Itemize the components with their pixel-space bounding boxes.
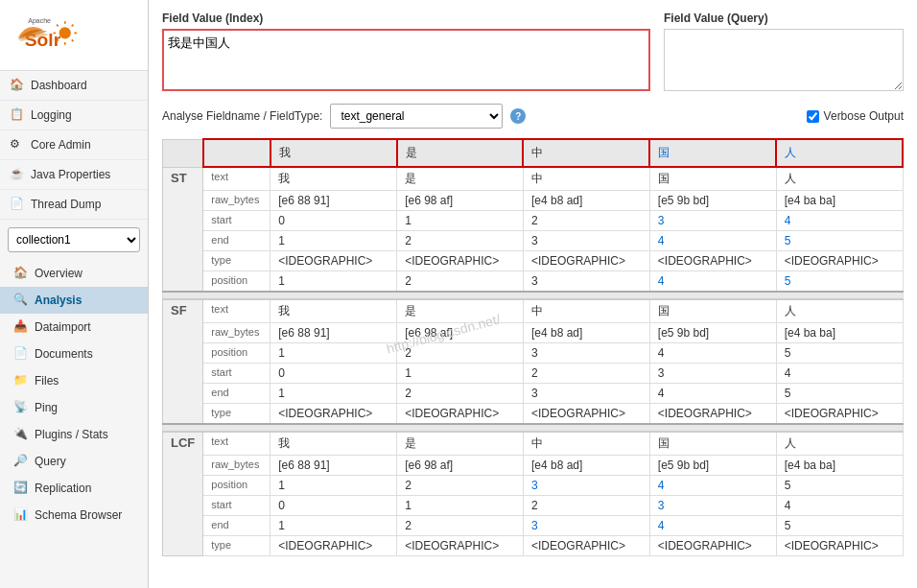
table-row: SFtext我是中国人 xyxy=(163,299,904,323)
value-cell: 3 xyxy=(523,384,649,404)
section-label-cell: SF xyxy=(163,299,203,424)
nav-item-thread-dump[interactable]: 📄 Thread Dump xyxy=(0,190,148,220)
verbose-checkbox[interactable] xyxy=(807,110,819,123)
value-cell: 3 xyxy=(649,364,776,384)
value-cell: 0 xyxy=(270,496,397,516)
solr-logo: Apache Solr xyxy=(10,10,77,62)
value-cell: 1 xyxy=(270,343,397,364)
query-icon: 🔎 xyxy=(13,454,29,469)
sub-nav-label-query: Query xyxy=(35,455,66,468)
value-cell: 5 xyxy=(776,271,903,293)
value-cell: 4 xyxy=(776,211,903,231)
sub-nav-analysis[interactable]: 🔍 Analysis xyxy=(0,287,148,314)
sub-nav-files[interactable]: 📁 Files xyxy=(0,367,148,394)
section-label-cell: ST xyxy=(163,167,203,292)
value-cell: <IDEOGRAPHIC> xyxy=(270,404,397,425)
replication-icon: 🔄 xyxy=(13,481,29,496)
field-name-cell: type xyxy=(203,536,270,556)
nav-item-java-properties[interactable]: ☕ Java Properties xyxy=(0,160,148,190)
sub-nav-label-overview: Overview xyxy=(35,267,82,280)
value-cell: 1 xyxy=(270,271,397,293)
files-icon: 📁 xyxy=(13,373,29,388)
value-cell: <IDEOGRAPHIC> xyxy=(270,251,397,271)
value-cell: 5 xyxy=(776,231,903,251)
table-row: type<IDEOGRAPHIC><IDEOGRAPHIC><IDEOGRAPH… xyxy=(163,251,904,271)
th-token-5: 人 xyxy=(776,139,903,167)
field-name-cell: end xyxy=(203,231,270,251)
field-name-cell: type xyxy=(203,251,270,271)
sub-nav-replication[interactable]: 🔄 Replication xyxy=(0,475,148,502)
value-cell: <IDEOGRAPHIC> xyxy=(523,251,649,271)
value-cell: 是 xyxy=(397,432,524,456)
nav-item-core-admin[interactable]: ⚙ Core Admin xyxy=(0,130,148,160)
value-cell: 0 xyxy=(270,364,397,384)
sub-nav-ping[interactable]: 📡 Ping xyxy=(0,394,148,421)
value-cell: 5 xyxy=(776,343,903,364)
sub-nav-overview[interactable]: 🏠 Overview xyxy=(0,260,148,287)
nav-item-dashboard[interactable]: 🏠 Dashboard xyxy=(0,71,148,101)
collection-select[interactable]: collection1 xyxy=(8,227,140,252)
value-cell: [e6 98 af] xyxy=(397,323,524,343)
logo-area: Apache Solr xyxy=(0,0,148,71)
value-cell: 2 xyxy=(397,271,524,293)
table-row: start01234 xyxy=(163,364,904,384)
value-cell: 5 xyxy=(776,516,903,536)
value-cell: 3 xyxy=(523,343,649,364)
value-cell: 3 xyxy=(523,231,649,251)
sub-nav-label-schema-browser: Schema Browser xyxy=(35,508,122,522)
svg-line-7 xyxy=(57,25,59,27)
help-icon[interactable]: ? xyxy=(510,108,526,124)
verbose-label[interactable]: Verbose Output xyxy=(824,109,904,123)
value-cell: 国 xyxy=(649,167,776,191)
value-cell: 5 xyxy=(776,384,903,404)
th-token-2: 是 xyxy=(397,139,524,167)
value-cell: 我 xyxy=(270,432,397,456)
sub-nav-plugins[interactable]: 🔌 Plugins / Stats xyxy=(0,421,148,448)
sub-nav-label-files: Files xyxy=(35,374,59,388)
field-name-cell: position xyxy=(203,343,270,364)
value-cell: 2 xyxy=(523,364,649,384)
value-cell: 2 xyxy=(523,211,649,231)
value-cell: [e6 98 af] xyxy=(397,191,524,211)
value-cell: <IDEOGRAPHIC> xyxy=(523,404,649,425)
nav-item-logging[interactable]: 📋 Logging xyxy=(0,101,148,130)
value-cell: 4 xyxy=(776,364,903,384)
field-name-cell: text xyxy=(203,167,270,191)
th-field-type xyxy=(203,139,270,167)
value-cell: 2 xyxy=(397,343,524,364)
field-name-cell: position xyxy=(203,476,270,496)
table-row: position12345 xyxy=(163,343,904,364)
value-cell: 1 xyxy=(397,364,524,384)
value-cell: 是 xyxy=(397,167,524,191)
fieldtype-select[interactable]: text_general text_en string _text_ xyxy=(330,104,503,129)
value-cell: 4 xyxy=(649,384,776,404)
ping-icon: 📡 xyxy=(13,400,29,415)
index-field-textarea[interactable]: 我是中国人 xyxy=(162,29,650,91)
spacer-row xyxy=(163,424,904,432)
sub-nav-schema-browser[interactable]: 📊 Schema Browser xyxy=(0,502,148,529)
query-field-label: Field Value (Query) xyxy=(664,12,904,25)
value-cell: <IDEOGRAPHIC> xyxy=(776,404,903,425)
index-field-label: Field Value (Index) xyxy=(162,12,650,25)
svg-text:Apache: Apache xyxy=(28,17,51,25)
value-cell: 4 xyxy=(776,496,903,516)
value-cell: 1 xyxy=(270,476,397,496)
table-row: raw_bytes[e6 88 91][e6 98 af][e4 b8 ad][… xyxy=(163,323,904,343)
core-admin-icon: ⚙ xyxy=(10,137,25,153)
dataimport-icon: 📥 xyxy=(13,319,29,335)
sub-nav-label-ping: Ping xyxy=(35,401,58,414)
table-row: type<IDEOGRAPHIC><IDEOGRAPHIC><IDEOGRAPH… xyxy=(163,404,904,425)
th-token-3: 中 xyxy=(523,139,649,167)
value-cell: <IDEOGRAPHIC> xyxy=(397,536,524,556)
value-cell: 中 xyxy=(523,432,649,456)
sub-nav-query[interactable]: 🔎 Query xyxy=(0,448,148,475)
value-cell: 4 xyxy=(649,343,776,364)
svg-line-9 xyxy=(72,25,74,27)
value-cell: <IDEOGRAPHIC> xyxy=(649,251,776,271)
query-field-textarea[interactable] xyxy=(664,29,904,91)
sub-nav-dataimport[interactable]: 📥 Dataimport xyxy=(0,314,148,341)
value-cell: 我 xyxy=(270,299,397,323)
sub-nav-label-replication: Replication xyxy=(35,482,91,495)
sub-nav-documents[interactable]: 📄 Documents xyxy=(0,341,148,367)
thread-dump-icon: 📄 xyxy=(10,197,25,212)
